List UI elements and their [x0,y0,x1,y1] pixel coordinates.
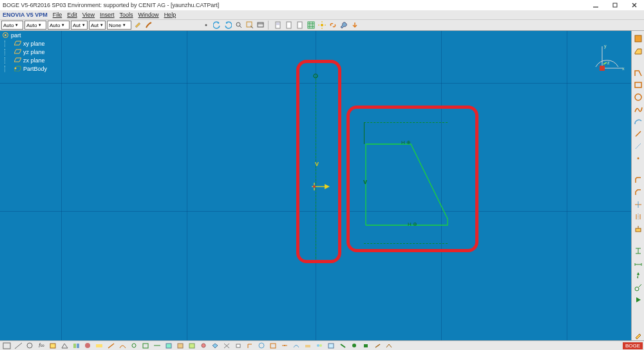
sketch-icon[interactable] [633,33,643,44]
bb-icon[interactable] [303,342,314,350]
bb-icon[interactable] [291,342,302,350]
tree-yz-plane[interactable]: yz plane [1,48,47,56]
bb-icon[interactable] [164,342,175,350]
menu-view[interactable]: View [82,12,95,18]
bb-icon[interactable] [210,342,221,350]
dot-icon[interactable] [201,21,211,30]
constraint-icon[interactable] [633,246,643,256]
trim-icon[interactable] [633,199,643,210]
bb-icon[interactable] [361,342,372,350]
edit-multi-icon[interactable] [633,330,643,340]
bb-icon[interactable] [59,342,70,350]
menu-insert[interactable]: Insert [100,12,115,18]
bb-icon[interactable] [48,342,59,350]
combo-auto-2[interactable]: Auto [48,21,70,30]
spec-tree[interactable]: part xy plane yz plane zx plane PartBody [1,31,47,73]
bb-icon[interactable] [117,342,128,350]
mirror-icon[interactable] [633,212,643,222]
undo-icon[interactable] [212,21,222,30]
bb-icon[interactable] [24,342,35,350]
window-restore-button[interactable] [605,0,625,10]
redo-icon[interactable] [223,21,232,30]
combo-aut-4[interactable]: Aut [89,21,106,30]
bb-icon[interactable] [384,342,395,350]
svg-point-85 [319,344,322,347]
tree-root-part[interactable]: part [1,31,47,39]
bb-icon[interactable] [187,342,198,350]
bb-icon[interactable] [82,342,93,350]
menu-file[interactable]: File [53,12,62,18]
point-icon[interactable] [633,153,643,163]
combo-none-5[interactable]: None [107,21,131,30]
menu-help[interactable]: Help [164,12,176,18]
brush-icon[interactable] [144,21,153,30]
auto-constraint-icon[interactable] [633,282,643,293]
arrow-down-icon[interactable] [350,21,359,30]
highlight-box-2 [346,106,478,252]
bb-icon[interactable] [71,342,82,350]
bb-icon[interactable] [175,342,186,350]
rectangle-icon[interactable] [633,80,643,90]
grid-icon[interactable] [306,21,316,30]
bb-icon[interactable] [233,342,244,350]
line-icon[interactable] [633,129,643,139]
bb-icon[interactable] [349,342,360,350]
doclist-icon[interactable] [273,21,283,30]
bb-icon[interactable] [140,342,151,350]
bb-icon[interactable] [1,342,12,350]
menu-window[interactable]: Window [138,12,159,18]
bb-icon[interactable] [268,342,279,350]
combo-auto-0[interactable]: Auto [1,21,23,30]
svg-rect-67 [96,344,102,347]
window-minimize-button[interactable] [586,0,605,10]
circle-icon[interactable] [633,92,643,102]
menu-edit[interactable]: Edit [67,12,77,18]
tree-partbody[interactable]: PartBody [1,64,47,73]
search-icon[interactable] [234,21,243,30]
viewport-3d[interactable]: part xy plane yz plane zx plane PartBody [0,31,644,340]
axis-compass[interactable]: x y z x y z [592,41,621,70]
pad-icon[interactable] [633,46,643,56]
dimension-icon[interactable] [633,258,643,268]
doc-icon-2[interactable] [284,21,294,30]
project-icon[interactable] [633,224,643,234]
animate-icon[interactable] [633,295,643,305]
combo-auto-1[interactable]: Auto [24,21,46,30]
tree-xy-plane[interactable]: xy plane [1,39,47,48]
fix-icon[interactable] [633,270,643,281]
arc-icon[interactable] [633,116,643,127]
bb-icon[interactable] [245,342,256,350]
tree-item-label: yz plane [23,48,45,56]
status-right-label: BOGE [623,342,643,349]
tree-zx-plane[interactable]: zx plane [1,56,47,64]
zoom-window-icon[interactable] [245,21,254,30]
bb-icon[interactable] [106,342,117,350]
bb-icon[interactable] [13,342,24,350]
paint-icon[interactable] [133,21,142,30]
bb-icon[interactable] [314,342,325,350]
bb-icon[interactable] [198,342,209,350]
sun-icon[interactable] [317,21,327,30]
doc-icon-3[interactable] [295,21,305,30]
wrench-icon[interactable] [339,21,348,30]
bb-icon[interactable] [326,342,337,350]
bb-icon[interactable] [222,342,232,350]
corner-icon[interactable] [633,175,643,185]
bb-icon[interactable] [129,342,140,350]
profile-icon[interactable] [633,68,643,78]
window-close-button[interactable] [625,0,644,10]
bb-icon[interactable] [279,342,290,350]
bb-icon[interactable] [372,342,383,350]
chamfer-icon[interactable] [633,187,643,198]
combo-aut-3[interactable]: Aut [71,21,88,30]
link-icon[interactable] [328,21,337,30]
bb-icon[interactable] [256,342,267,350]
axis-icon[interactable] [633,141,643,151]
spline-icon[interactable] [633,104,643,115]
bb-fx-icon[interactable]: f∞ [36,342,47,350]
bb-icon[interactable] [152,342,163,350]
bb-icon[interactable] [337,342,348,350]
bb-icon[interactable] [94,342,105,350]
menu-tools[interactable]: Tools [120,12,133,18]
window-list-icon[interactable] [256,21,265,30]
